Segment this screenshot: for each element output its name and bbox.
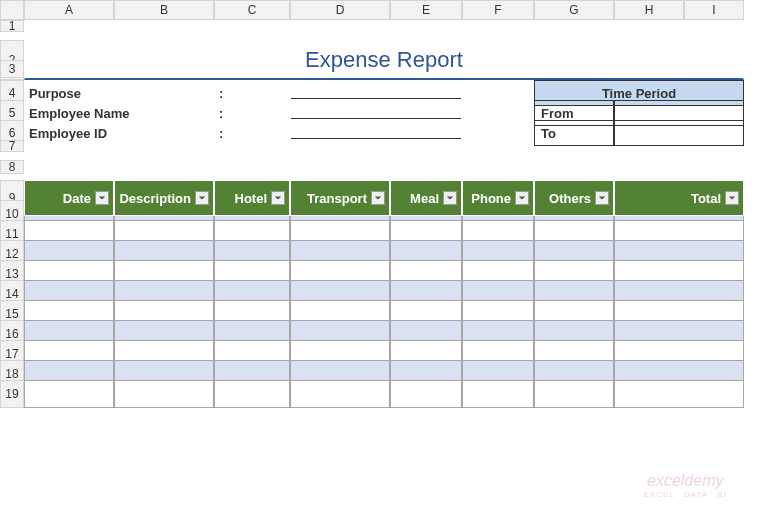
filter-icon[interactable] (271, 191, 285, 205)
filter-icon[interactable] (515, 191, 529, 205)
th-hotel[interactable]: Hotel (214, 180, 290, 216)
row-header-1[interactable]: 1 (0, 20, 24, 32)
filter-icon[interactable] (95, 191, 109, 205)
col-header-G[interactable]: G (534, 0, 614, 20)
th-transport[interactable]: Transport (290, 180, 390, 216)
th-description[interactable]: Description (114, 180, 214, 216)
col-header-E[interactable]: E (390, 0, 462, 20)
select-all-corner[interactable] (0, 0, 24, 20)
th-date-label: Date (29, 191, 95, 206)
watermark-main: exceldemy (643, 472, 727, 490)
th-total[interactable]: Total (614, 180, 744, 216)
filter-icon[interactable] (595, 191, 609, 205)
table-cell[interactable] (534, 380, 614, 408)
th-others-label: Others (539, 191, 595, 206)
table-cell[interactable] (114, 380, 214, 408)
col-header-F[interactable]: F (462, 0, 534, 20)
cell-empty[interactable] (24, 160, 744, 174)
th-description-label: Description (119, 191, 195, 206)
filter-icon[interactable] (725, 191, 739, 205)
th-transport-label: Transport (295, 191, 371, 206)
row-header-3[interactable]: 3 (0, 60, 24, 78)
th-meal-label: Meal (395, 191, 443, 206)
watermark: exceldemy EXCEL · DATA · BI (643, 472, 727, 499)
col-header-B[interactable]: B (114, 0, 214, 20)
th-others[interactable]: Others (534, 180, 614, 216)
row-header-8[interactable]: 8 (0, 160, 24, 174)
th-phone[interactable]: Phone (462, 180, 534, 216)
table-cell[interactable] (290, 380, 390, 408)
cell-empty[interactable] (24, 140, 744, 152)
table-cell[interactable] (462, 380, 534, 408)
col-header-C[interactable]: C (214, 0, 290, 20)
th-phone-label: Phone (467, 191, 515, 206)
row-header-19[interactable]: 19 (0, 380, 24, 408)
col-header-H[interactable]: H (614, 0, 684, 20)
spreadsheet: A B C D E F G H I 1 2 Expense Report 3 4… (0, 0, 767, 400)
table-cell[interactable] (614, 380, 744, 408)
table-cell[interactable] (390, 380, 462, 408)
th-date[interactable]: Date (24, 180, 114, 216)
th-meal[interactable]: Meal (390, 180, 462, 216)
filter-icon[interactable] (371, 191, 385, 205)
table-cell[interactable] (214, 380, 290, 408)
filter-icon[interactable] (195, 191, 209, 205)
col-header-A[interactable]: A (24, 0, 114, 20)
watermark-sub: EXCEL · DATA · BI (643, 490, 727, 499)
col-header-I[interactable]: I (684, 0, 744, 20)
col-header-D[interactable]: D (290, 0, 390, 20)
th-hotel-label: Hotel (219, 191, 271, 206)
cell-empty[interactable] (24, 60, 744, 78)
cell-empty[interactable] (24, 20, 744, 32)
filter-icon[interactable] (443, 191, 457, 205)
table-cell[interactable] (24, 380, 114, 408)
row-header-7[interactable]: 7 (0, 140, 24, 152)
th-total-label: Total (619, 191, 725, 206)
